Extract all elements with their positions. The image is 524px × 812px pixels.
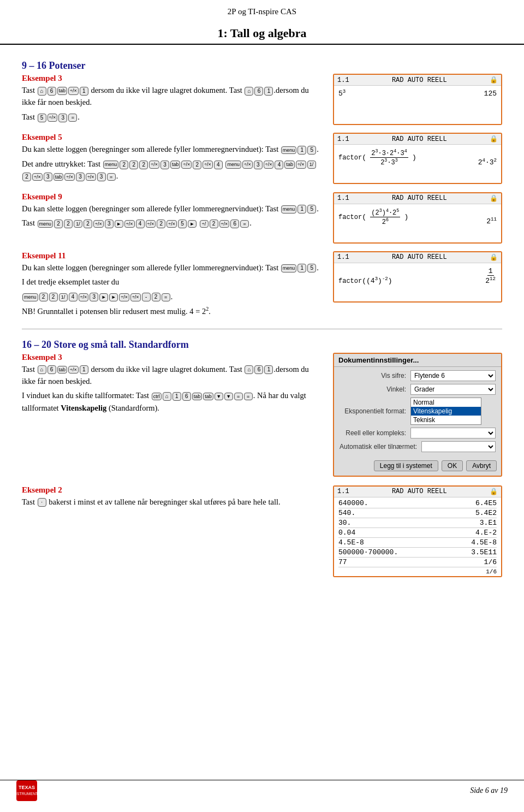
screen-status11: RAD AUTO REELL <box>392 253 447 261</box>
key-19a: 1 <box>297 205 306 214</box>
example9-label: Eksempel 9 <box>22 192 323 201</box>
key-menu3: menu <box>225 161 241 169</box>
divider <box>22 329 502 329</box>
ti-screen-header-ex2s: 1.1 RAD AUTO REELL 🔒 <box>334 487 501 497</box>
ti-screen-header-ex11: 1.1 RAD AUTO REELL 🔒 <box>334 252 501 263</box>
key-211c: 2 <box>152 293 160 301</box>
dropdown-item-normal[interactable]: Normal <box>411 398 481 407</box>
key-divx2: ÷/× <box>181 161 192 169</box>
example3-screen: 1.1 RAD AUTO REELL 🔒 53 125 <box>333 74 502 125</box>
key-29b: 2 <box>64 220 73 228</box>
key-arr11a: ► <box>99 293 108 301</box>
example11-text: Eksempel 11 Du kan slette loggen (beregn… <box>22 251 323 320</box>
example5-potenser: Eksempel 5 Du kan slette loggen (beregni… <box>22 133 502 184</box>
ti-left2s6: 500000·700000. <box>338 548 398 556</box>
dropdown-item-vitenskapelig[interactable]: Vitenskapelig <box>411 407 481 416</box>
btn-avbryt[interactable]: Avbryt <box>466 460 497 471</box>
key-511a: 5 <box>307 264 316 272</box>
screen-icon9: 🔒 <box>490 194 498 203</box>
screen-status9: RAD AUTO REELL <box>392 194 447 202</box>
key-divx9a: ÷/× <box>93 220 104 228</box>
key-4a: 4 <box>214 161 223 169</box>
ti-row-ex11: factor((43)-2) 1 212 <box>338 266 497 286</box>
example11-screen: 1.1 RAD AUTO REELL 🔒 factor((43)-2) 1 <box>333 251 502 303</box>
ti-right5: 24·32 <box>478 157 497 167</box>
page-indicator: 1/6 <box>338 567 497 575</box>
key-tab3s2: tab <box>192 393 203 401</box>
example9-screen: 1.1 RAD AUTO REELL 🔒 factor( (23)4·25 26 <box>333 192 502 244</box>
example3-body: Tast ⌂6tab÷/×1 dersom du ikke vil lagre … <box>22 84 323 109</box>
dialog-row-reell: Reell eller kompleks: <box>340 428 496 438</box>
frac11-denom: 212 <box>484 276 497 285</box>
ti-row-2s-4: 0.04 4.E-2 <box>338 528 497 538</box>
key-69: 6 <box>230 220 239 228</box>
ti-row-2s-5: 4.5E-8 4.5E-8 <box>338 538 497 548</box>
key-13s: 1 <box>80 365 88 374</box>
ti-left2s2: 540. <box>338 509 355 517</box>
svg-text:TEXAS: TEXAS <box>19 785 35 790</box>
key-13s3: 1 <box>172 392 181 401</box>
key-divx4: ÷/× <box>242 161 253 169</box>
example9-text: Eksempel 9 Du kan slette loggen (beregni… <box>22 192 323 232</box>
dialog-dropdown-eksponent[interactable]: Normal Vitenskapelig Teknisk <box>410 398 481 425</box>
example9-body2: Tast menu221/2÷/×3►÷/×4÷/×2÷/×5► ÷/2÷/×6… <box>22 217 323 229</box>
dialog-select-auto[interactable] <box>421 441 496 452</box>
ti-row-2s-6: 500000·700000. 3.5E11 <box>338 548 497 558</box>
key-menu9b: menu <box>38 220 53 228</box>
frac-denom: 23·33 <box>379 158 399 167</box>
dialog-control-vinkel[interactable]: Grader <box>410 384 496 395</box>
dialog-select-vinkel[interactable]: Grader <box>410 384 496 395</box>
page-footer: TEXAS INSTRUMENTS Side 6 av 19 <box>0 780 524 801</box>
screen-tab9: 1.1 <box>337 194 349 202</box>
ti-screen-body-ex3: 53 125 <box>334 86 501 124</box>
btn-ok[interactable]: OK <box>442 460 463 471</box>
example11-label: Eksempel 11 <box>22 251 323 260</box>
key-menu9a: menu <box>281 205 297 214</box>
dropdown-item-teknisk[interactable]: Teknisk <box>411 416 481 424</box>
example3s-label: Eksempel 3 <box>22 353 323 362</box>
example11-body: Du kan slette loggen (beregninger som al… <box>22 262 323 274</box>
dialog-title: Dokumentinnstillinger... <box>334 354 501 367</box>
dialog-select-vis[interactable]: Flytende 6 <box>410 370 496 381</box>
dialog-control-reell[interactable] <box>410 428 496 438</box>
ti-row-ex5: factor( 23·3·24·34 23·33 ) 24·32 <box>338 148 497 167</box>
ti-screen-header-ex5: 1.1 RAD AUTO REELL 🔒 <box>334 134 501 145</box>
dialog-control-vis[interactable]: Flytende 6 <box>410 370 496 381</box>
screen-tab5: 1.1 <box>337 135 349 143</box>
key-62: 6 <box>254 87 263 96</box>
ti-screen-body-ex9: factor( (23)4·25 26 ) 211 <box>334 204 501 242</box>
dialog-select-reell[interactable] <box>410 428 496 438</box>
ti-left2s1: 640000. <box>338 499 368 507</box>
key-divx11b: ÷/× <box>119 293 129 301</box>
ti-screen-body-ex11: factor((43)-2) 1 212 <box>334 263 501 301</box>
key-tab2: tab <box>170 161 181 169</box>
key-div2: ÷/× <box>47 114 58 122</box>
key-411a: 4 <box>69 293 78 301</box>
example3s-screen: Dokumentinnstillinger... Vis sifre: Flyt… <box>333 353 502 477</box>
key-arr9a: ► <box>115 220 123 228</box>
btn-legg-til[interactable]: Legg til i systemet <box>374 460 438 471</box>
key-arr9b: ► <box>188 220 196 228</box>
ti-left2s7: 77 <box>338 558 347 566</box>
dialog-row-auto: Automatisk eller tilnærmet: <box>340 441 496 452</box>
example5-body: Du kan slette loggen (beregninger som al… <box>22 143 323 155</box>
key-home3s3: ⌂ <box>163 392 171 401</box>
ti-left2s4: 0.04 <box>338 529 355 537</box>
ti-right2s4: 4.E-2 <box>475 529 497 537</box>
key-divx11c: ÷/× <box>130 293 141 301</box>
key-6: 6 <box>47 87 56 96</box>
example3s-text: Eksempel 3 Tast ⌂6tab÷/×1 dersom du ikke… <box>22 353 323 417</box>
dialog-control-auto[interactable] <box>421 441 496 452</box>
example9-body: Du kan slette loggen (beregninger som al… <box>22 203 323 215</box>
ti-screen-ex11: 1.1 RAD AUTO REELL 🔒 factor((43)-2) 1 <box>333 251 502 303</box>
example2s-label: Eksempel 2 <box>22 485 323 495</box>
ti-left9: factor( (23)4·25 26 ) <box>338 208 408 226</box>
key-menu: menu <box>281 146 297 155</box>
example11-body3: menu221/4÷/×3►►÷/×÷/×-2=. <box>22 291 323 303</box>
key-divx8: ÷/× <box>64 173 75 181</box>
key-tab: tab <box>57 87 68 95</box>
key-tab3s3: tab <box>203 393 213 401</box>
screen-tab11: 1.1 <box>337 253 349 261</box>
ti-left2s5: 4.5E-8 <box>338 538 364 547</box>
ti-right2s2: 5.4E2 <box>475 509 497 517</box>
